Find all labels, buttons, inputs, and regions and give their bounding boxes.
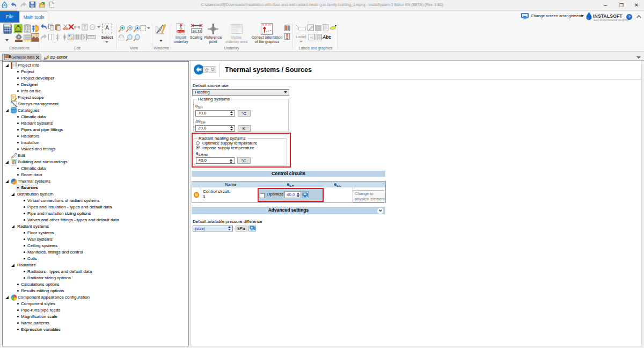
svg-text:BASE: BASE (178, 31, 184, 33)
svg-text:14:31: 14:31 (192, 30, 201, 33)
svg-text:#1: #1 (310, 36, 313, 39)
svg-text:...: ... (301, 27, 303, 31)
